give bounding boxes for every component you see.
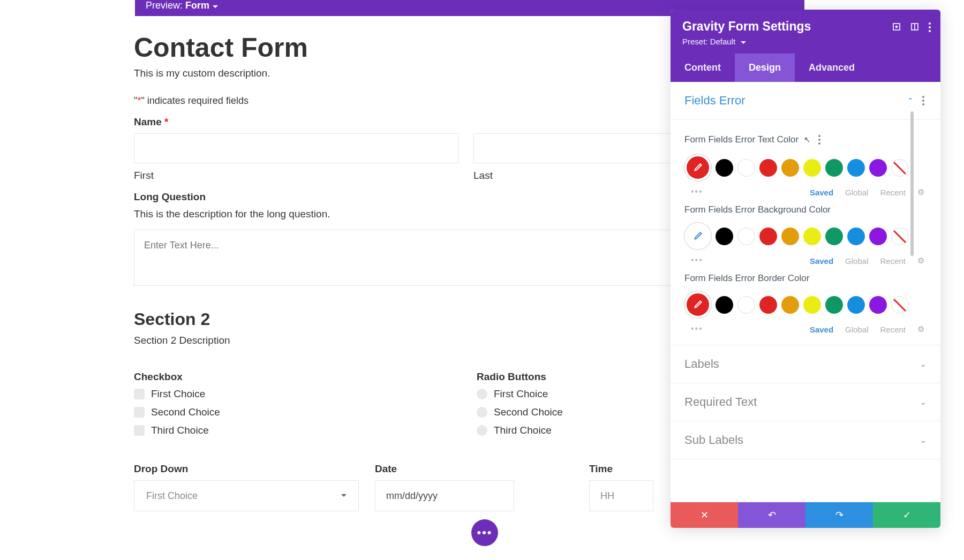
save-button[interactable]: ✓ <box>873 502 940 528</box>
palette-recent[interactable]: Recent <box>880 188 906 197</box>
color-picker-button[interactable] <box>684 154 711 181</box>
swatch-black[interactable] <box>716 296 733 314</box>
palette-recent[interactable]: Recent <box>880 325 906 334</box>
panel-title: Gravity Form Settings <box>682 19 929 34</box>
swatch-white[interactable] <box>737 296 755 314</box>
checkbox-icon <box>134 425 145 436</box>
swatch-black[interactable] <box>716 159 733 177</box>
checkbox-item[interactable]: Second Choice <box>134 406 295 418</box>
eyedropper-icon <box>693 300 703 309</box>
swatch-purple[interactable] <box>869 296 887 314</box>
palette-global[interactable]: Global <box>845 325 868 334</box>
checkbox-icon <box>134 389 145 399</box>
swatch-green[interactable] <box>825 159 843 177</box>
accordion-labels[interactable]: Labels ⌄ <box>671 345 940 383</box>
radio-label: Radio Buttons <box>477 371 637 383</box>
redo-button[interactable]: ↷ <box>805 502 873 528</box>
swatch-blue[interactable] <box>847 159 865 177</box>
chevron-down-icon: ⌄ <box>920 436 927 444</box>
first-name-input[interactable] <box>134 133 458 163</box>
swatch-none[interactable] <box>891 159 909 177</box>
radio-item[interactable]: Second Choice <box>477 406 637 418</box>
first-sublabel: First <box>134 170 458 181</box>
swatch-yellow[interactable] <box>803 159 821 177</box>
palette-tabs: Saved Global Recent ⚙ <box>810 256 927 266</box>
swatch-red[interactable] <box>759 296 777 314</box>
radio-item[interactable]: Third Choice <box>477 425 637 436</box>
panel-menu-icon[interactable] <box>929 22 931 32</box>
swatch-green[interactable] <box>825 296 843 314</box>
date-input[interactable]: mm/dd/yyyy <box>375 480 514 511</box>
kebab-icon[interactable] <box>920 94 927 108</box>
palette-saved[interactable]: Saved <box>810 256 833 266</box>
swatch-green[interactable] <box>825 228 843 245</box>
eyedropper-icon <box>693 231 703 241</box>
time-input[interactable]: HH <box>589 480 653 511</box>
panel-footer: ✕ ↶ ↷ ✓ <box>671 502 940 528</box>
radio-item[interactable]: First Choice <box>477 388 637 400</box>
more-fab-button[interactable]: ••• <box>471 519 498 546</box>
swatch-blue[interactable] <box>847 296 865 314</box>
swatch-none[interactable] <box>891 228 909 245</box>
eyedropper-icon <box>693 163 703 172</box>
chevron-down-icon <box>341 494 347 497</box>
swatch-yellow[interactable] <box>803 296 821 314</box>
palette-recent[interactable]: Recent <box>880 256 906 266</box>
settings-panel: Gravity Form Settings Preset: Default Co… <box>671 10 940 528</box>
undo-button[interactable]: ↶ <box>738 502 805 528</box>
accordion-required-text[interactable]: Required Text ⌄ <box>671 383 940 421</box>
swatch-row-text-color <box>684 154 927 181</box>
kebab-icon[interactable] <box>816 133 823 147</box>
swatch-red[interactable] <box>759 159 777 177</box>
swatch-yellow[interactable] <box>803 228 821 245</box>
gear-icon[interactable]: ⚙ <box>917 324 924 334</box>
swatch-purple[interactable] <box>869 228 887 245</box>
columns-icon[interactable] <box>910 22 919 31</box>
palette-saved[interactable]: Saved <box>810 325 833 334</box>
checkbox-label: Checkbox <box>134 371 295 383</box>
palette-tabs: Saved Global Recent ⚙ <box>810 187 927 197</box>
expand-icon[interactable] <box>892 22 901 31</box>
gear-icon[interactable]: ⚙ <box>917 187 924 197</box>
swatch-orange[interactable] <box>781 228 799 245</box>
swatch-purple[interactable] <box>869 159 887 177</box>
preview-target[interactable]: Form <box>185 0 218 11</box>
palette-saved[interactable]: Saved <box>810 188 833 197</box>
color-picker-button[interactable] <box>684 291 711 318</box>
swatch-none[interactable] <box>891 296 909 314</box>
accordion-fields-error[interactable]: Fields Error ⌃ <box>671 82 940 120</box>
palette-global[interactable]: Global <box>845 256 868 266</box>
tab-advanced[interactable]: Advanced <box>795 54 869 82</box>
more-icon[interactable]: ••• <box>684 255 703 265</box>
scrollbar[interactable] <box>910 111 914 256</box>
swatch-black[interactable] <box>716 228 733 245</box>
checkbox-item[interactable]: First Choice <box>134 388 295 400</box>
swatch-blue[interactable] <box>847 228 865 245</box>
checkbox-item[interactable]: Third Choice <box>134 425 295 436</box>
palette-global[interactable]: Global <box>845 188 868 197</box>
swatch-red[interactable] <box>759 228 777 245</box>
tab-content[interactable]: Content <box>671 54 735 82</box>
tab-design[interactable]: Design <box>735 54 795 82</box>
panel-preset[interactable]: Preset: Default <box>682 37 929 46</box>
checkbox-icon <box>134 407 145 418</box>
time-label: Time <box>589 463 653 475</box>
dropdown-select[interactable]: First Choice <box>134 480 359 511</box>
swatch-row-bg-color <box>684 223 927 249</box>
preview-label: Preview: <box>146 0 183 11</box>
more-icon[interactable]: ••• <box>684 187 703 196</box>
swatch-orange[interactable] <box>781 296 799 314</box>
close-button[interactable]: ✕ <box>671 502 738 528</box>
swatch-orange[interactable] <box>781 159 799 177</box>
swatch-white[interactable] <box>737 228 755 245</box>
cursor-icon[interactable]: ↖ <box>804 135 811 145</box>
accordion-sub-labels[interactable]: Sub Labels ⌄ <box>671 421 940 459</box>
field-error-border-color-label: Form Fields Error Border Color <box>684 273 927 284</box>
gear-icon[interactable]: ⚙ <box>917 256 924 266</box>
color-picker-button[interactable] <box>684 223 711 249</box>
panel-header: Gravity Form Settings Preset: Default <box>671 10 940 54</box>
swatch-white[interactable] <box>737 159 755 177</box>
more-icon[interactable]: ••• <box>684 324 703 334</box>
chevron-down-icon: ⌄ <box>920 398 927 406</box>
chevron-up-icon: ⌃ <box>907 96 914 105</box>
